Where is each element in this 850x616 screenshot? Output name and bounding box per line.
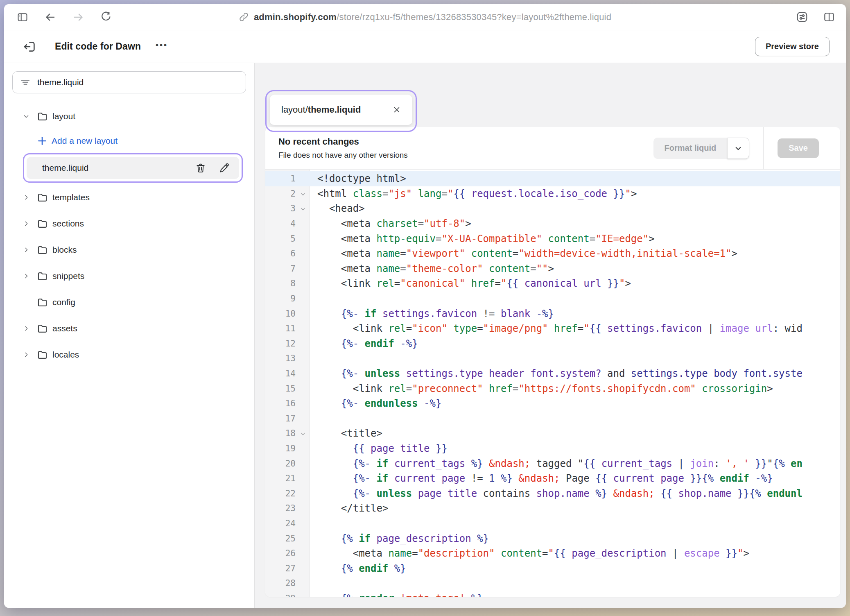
code-line-12[interactable]: 12 {%- endif -%} [265, 336, 840, 351]
code-line-13[interactable]: 13 [265, 351, 840, 366]
chevron-down-icon[interactable] [23, 113, 37, 120]
code-line-6[interactable]: 6 <meta name="viewport" content="width=d… [265, 246, 840, 261]
code-text: {{ page_title }} [310, 443, 448, 454]
code-line-16[interactable]: 16 {%- endunless -%} [265, 396, 840, 411]
code-line-8[interactable]: 8 <link rel="canonical" href="{{ canonic… [265, 276, 840, 291]
code-line-26[interactable]: 26 <meta name="description" content="{{ … [265, 546, 840, 561]
code-line-1[interactable]: 1<!doctype html> [265, 171, 840, 186]
fold-chevron-icon[interactable] [300, 431, 306, 437]
code-text: {%- if settings.favicon != blank -%} [310, 308, 554, 319]
header-divider [763, 127, 764, 170]
line-number: 27 [265, 564, 310, 573]
format-liquid-button[interactable]: Format liquid [653, 138, 728, 159]
code-line-25[interactable]: 25 {% if page_description %} [265, 531, 840, 546]
add-layout-label: Add a new layout [52, 136, 118, 146]
code-line-9[interactable]: 9 [265, 291, 840, 306]
preview-store-button[interactable]: Preview store [755, 37, 830, 56]
folder-label: config [52, 297, 75, 307]
format-liquid-dropdown[interactable] [727, 138, 749, 159]
save-button[interactable]: Save [778, 138, 819, 158]
folder-label: blocks [52, 245, 77, 255]
code-text: <meta name="viewport" content="width=dev… [310, 248, 737, 259]
fold-chevron-icon[interactable] [300, 206, 306, 212]
fold-chevron-icon[interactable] [300, 191, 306, 197]
code-text: <link rel="canonical" href="{{ canonical… [310, 278, 631, 289]
tab-layout-theme-liquid[interactable]: layout/theme.liquid [270, 95, 412, 125]
line-number: 8 [265, 279, 310, 288]
code-text: {%- endunless -%} [310, 398, 441, 409]
chevron-right-icon[interactable] [23, 273, 37, 279]
tab-close-icon[interactable] [393, 106, 401, 114]
folder-icon [37, 245, 52, 256]
folder-icon [37, 349, 52, 360]
code-text: <meta http-equiv="X-UA-Compatible" conte… [310, 233, 655, 245]
line-number: 15 [265, 384, 310, 394]
address-bar[interactable]: admin.shopify.com/store/rzq1xu-f5/themes… [239, 12, 611, 23]
code-text: {%- if current_tags %} &ndash; tagged "{… [310, 458, 803, 469]
browser-window: admin.shopify.com/store/rzq1xu-f5/themes… [4, 4, 846, 608]
code-line-15[interactable]: 15 <link rel="preconnect" href="https://… [265, 381, 840, 396]
code-line-5[interactable]: 5 <meta http-equiv="X-UA-Compatible" con… [265, 231, 840, 246]
code-text: <!doctype html> [310, 173, 406, 184]
split-view-icon[interactable] [823, 11, 835, 23]
code-line-20[interactable]: 20 {%- if current_tags %} &ndash; tagged… [265, 456, 840, 471]
code-line-29[interactable]: 29 {% render 'meta-tags' %} [265, 591, 840, 597]
code-line-27[interactable]: 27 {% endif %} [265, 561, 840, 576]
sidebar-item-snippets[interactable]: snippets [12, 263, 246, 289]
add-new-layout-button[interactable]: Add a new layout [12, 129, 246, 152]
format-liquid-split-button: Format liquid [653, 138, 750, 159]
code-line-3[interactable]: 3 <head> [265, 201, 840, 216]
sidebar-item-config[interactable]: config [12, 289, 246, 315]
line-number: 17 [265, 414, 310, 424]
sidebar-item-assets[interactable]: assets [12, 315, 246, 342]
sidebar-toggle-icon[interactable] [16, 11, 29, 23]
code-line-11[interactable]: 11 <link rel="icon" type="image/png" hre… [265, 321, 840, 336]
reload-icon[interactable] [100, 11, 112, 23]
exit-editor-icon[interactable] [21, 38, 38, 55]
code-editor[interactable]: 1<!doctype html>2<html class="js" lang="… [265, 170, 840, 597]
code-text: {%- unless settings.type_header_font.sys… [310, 368, 803, 379]
file-search-input[interactable]: theme.liquid [12, 71, 246, 93]
sidebar-item-templates[interactable]: templates [12, 184, 246, 211]
back-icon[interactable] [44, 11, 57, 23]
sidebar-item-sections[interactable]: sections [12, 211, 246, 237]
code-line-10[interactable]: 10 {%- if settings.favicon != blank -%} [265, 306, 840, 321]
search-value: theme.liquid [37, 77, 84, 87]
chevron-right-icon[interactable] [23, 220, 37, 227]
code-text: <meta name="theme-color" content=""> [310, 263, 554, 274]
sidebar-item-blocks[interactable]: blocks [12, 237, 246, 263]
delete-file-icon[interactable] [195, 162, 206, 174]
code-line-21[interactable]: 21 {%- if current_page != 1 %} &ndash; P… [265, 471, 840, 486]
folder-icon [37, 297, 52, 308]
code-line-2[interactable]: 2<html class="js" lang="{{ request.local… [265, 186, 840, 202]
code-line-24[interactable]: 24 [265, 516, 840, 531]
code-line-4[interactable]: 4 <meta charset="utf-8"> [265, 216, 840, 231]
line-number: 28 [265, 578, 310, 588]
status-subtitle: File does not have any other versions [278, 151, 408, 160]
rename-file-icon[interactable] [219, 162, 230, 174]
line-number: 23 [265, 503, 310, 513]
page-settings-icon[interactable] [796, 11, 808, 23]
code-line-23[interactable]: 23 </title> [265, 501, 840, 516]
chevron-right-icon[interactable] [23, 351, 37, 358]
code-line-17[interactable]: 17 [265, 411, 840, 426]
sidebar-item-theme-liquid[interactable]: theme.liquid [27, 157, 239, 179]
code-line-28[interactable]: 28 [265, 576, 840, 591]
code-text: {%- unless page_title contains shop.name… [310, 488, 803, 499]
sidebar-item-layout[interactable]: layout [12, 103, 246, 129]
line-number: 12 [265, 339, 310, 349]
line-number: 2 [265, 189, 310, 199]
chevron-right-icon[interactable] [23, 325, 37, 332]
sidebar-item-locales[interactable]: locales [12, 342, 246, 368]
line-number: 25 [265, 534, 310, 544]
chevron-right-icon[interactable] [23, 194, 37, 201]
code-line-22[interactable]: 22 {%- unless page_title contains shop.n… [265, 486, 840, 501]
code-line-19[interactable]: 19 {{ page_title }} [265, 441, 840, 456]
chevron-right-icon[interactable] [23, 247, 37, 253]
code-line-7[interactable]: 7 <meta name="theme-color" content=""> [265, 261, 840, 276]
code-line-14[interactable]: 14 {%- unless settings.type_header_font.… [265, 366, 840, 381]
code-text: <link rel="icon" type="image/png" href="… [310, 323, 803, 334]
more-actions-button[interactable]: ••• [156, 41, 168, 52]
line-number: 1 [265, 174, 310, 183]
code-line-18[interactable]: 18 <title> [265, 426, 840, 441]
